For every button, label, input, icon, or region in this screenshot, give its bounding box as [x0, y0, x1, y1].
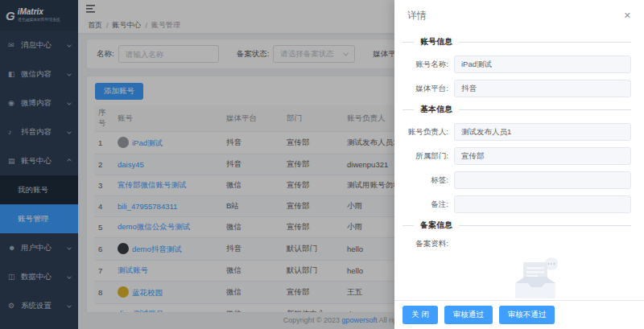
section-account-info: 账号信息 [402, 36, 631, 47]
empty-state-illustration [402, 256, 631, 304]
drawer-header: 详情 ✕ [394, 0, 644, 30]
platform-field [454, 80, 631, 97]
owner-field [454, 123, 631, 141]
reject-button[interactable]: 审核不通过 [499, 306, 555, 324]
approve-button[interactable]: 审核通过 [444, 306, 493, 324]
account-name-field [454, 56, 631, 73]
section-filing-info: 备案信息 [402, 220, 631, 231]
remark-field [454, 195, 631, 213]
department-field [454, 147, 631, 165]
section-basic-info: 基本信息 [402, 104, 631, 115]
drawer-footer: 关 闭 审核通过 审核不通过 [394, 300, 644, 329]
app-root: G iMatrix 通元融媒体矩阵管理系统 ✉消息中心◧微信内容◉微博内容♪抖音… [0, 0, 644, 329]
account-name-label: 账号名称: [402, 60, 454, 70]
close-button[interactable]: 关 闭 [402, 306, 438, 324]
close-icon[interactable]: ✕ [624, 10, 631, 21]
tags-field [454, 171, 631, 189]
platform-label: 媒体平台: [402, 84, 454, 94]
remark-label: 备注: [402, 199, 454, 210]
drawer-title: 详情 [407, 9, 427, 23]
detail-drawer: 详情 ✕ 账号信息 账号名称: 媒体平台: 基本信息 账号负责人: [394, 0, 644, 329]
drawer-body: 账号信息 账号名称: 媒体平台: 基本信息 账号负责人: 所属部门: [394, 30, 644, 304]
owner-label: 账号负责人: [402, 127, 454, 138]
filing-material-label: 备案资料: [402, 239, 454, 249]
tags-label: 标签: [402, 175, 454, 186]
department-label: 所属部门: [402, 151, 454, 162]
